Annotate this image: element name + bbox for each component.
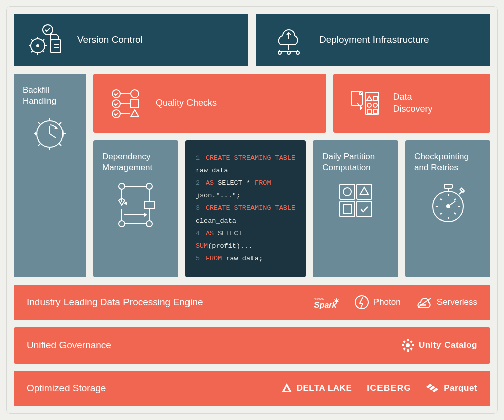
architecture-diagram: Version Control Deployment Infrastructur… xyxy=(6,6,498,414)
processing-row: Industry Leading Data Processing Engine … xyxy=(14,285,490,320)
discovery-icon xyxy=(348,88,381,118)
svg-rect-30 xyxy=(357,201,372,217)
governance-logos: Unity Catalog xyxy=(401,338,477,353)
svg-rect-32 xyxy=(444,184,452,188)
backfill-card: Backfill Handling xyxy=(14,74,86,277)
spark-logo: APACHE Spark xyxy=(314,295,339,310)
unity-catalog-text: Unity Catalog xyxy=(419,340,477,351)
svg-rect-18 xyxy=(367,109,371,113)
processing-title: Industry Leading Data Processing Engine xyxy=(27,297,203,308)
backfill-icon xyxy=(30,114,70,154)
svg-rect-15 xyxy=(373,96,377,100)
dependency-card: Dependency Management xyxy=(93,140,178,277)
serverless-text: Serverless xyxy=(437,297,477,307)
svg-point-23 xyxy=(119,221,125,227)
svg-rect-12 xyxy=(131,100,139,108)
svg-rect-28 xyxy=(340,201,355,217)
svg-rect-43 xyxy=(403,340,406,343)
deployment-card: Deployment Infrastructure xyxy=(256,14,490,66)
photon-logo: Photon xyxy=(354,295,401,310)
svg-point-8 xyxy=(112,90,120,98)
parquet-text: Parquet xyxy=(444,383,477,393)
svg-point-24 xyxy=(146,221,152,227)
storage-row: Optimized Storage DELTA LAKE ICEBERG Par… xyxy=(14,371,490,406)
svg-point-11 xyxy=(131,90,139,98)
svg-rect-45 xyxy=(403,347,406,351)
version-control-card: Version Control xyxy=(14,14,248,66)
partition-icon xyxy=(336,180,376,221)
quality-checks-icon xyxy=(108,86,144,121)
serverless-icon xyxy=(416,295,433,309)
svg-rect-25 xyxy=(340,184,355,199)
svg-point-20 xyxy=(119,183,125,189)
svg-rect-40 xyxy=(407,349,409,352)
svg-point-38 xyxy=(406,343,410,347)
iceberg-logo: ICEBERG xyxy=(367,383,411,393)
partition-card: Daily Partition Computation xyxy=(313,140,398,277)
svg-rect-41 xyxy=(402,344,404,346)
dependency-icon xyxy=(113,180,158,231)
photon-text: Photon xyxy=(373,297,401,307)
svg-point-26 xyxy=(343,188,351,196)
checkpoint-card: Checkpointing and Retries xyxy=(405,140,490,277)
svg-point-4 xyxy=(278,51,281,54)
governance-title: Unified Governance xyxy=(27,340,111,351)
mid-row: Backfill Handling xyxy=(14,74,490,277)
svg-point-17 xyxy=(373,103,377,107)
svg-text:Spark: Spark xyxy=(314,301,337,309)
serverless-logo: Serverless xyxy=(416,295,477,309)
code-sample: 1CREATE STREAMING TABLE raw_data2AS SELE… xyxy=(185,140,306,277)
svg-rect-33 xyxy=(460,188,464,192)
svg-point-6 xyxy=(296,51,299,54)
spark-icon: APACHE Spark xyxy=(314,295,339,310)
svg-rect-3 xyxy=(51,40,61,53)
backfill-label: Backfill Handling xyxy=(23,85,77,107)
svg-rect-19 xyxy=(373,109,377,113)
svg-rect-13 xyxy=(351,91,362,105)
partition-label: Daily Partition Computation xyxy=(322,151,389,173)
checkpoint-icon xyxy=(428,180,468,226)
iceberg-text: ICEBERG xyxy=(367,383,411,393)
svg-point-2 xyxy=(36,44,39,47)
governance-row: Unified Governance Unity Catalog xyxy=(14,327,490,363)
dependency-label: Dependency Management xyxy=(102,151,169,173)
svg-point-5 xyxy=(287,51,290,54)
discovery-label: Data Discovery xyxy=(393,91,432,115)
svg-text:APACHE: APACHE xyxy=(314,297,325,300)
svg-rect-22 xyxy=(144,201,154,208)
svg-rect-42 xyxy=(412,344,414,346)
storage-title: Optimized Storage xyxy=(27,383,106,394)
checkpoint-label: Checkpointing and Retries xyxy=(414,151,481,173)
delta-lake-logo: DELTA LAKE xyxy=(281,382,352,394)
svg-rect-29 xyxy=(343,205,351,213)
svg-point-16 xyxy=(367,103,371,107)
parquet-icon xyxy=(426,383,439,394)
unity-catalog-logo: Unity Catalog xyxy=(401,338,477,353)
svg-rect-39 xyxy=(407,339,409,341)
main-col: Quality Checks Data xyxy=(93,74,490,277)
quality-checks-card: Quality Checks xyxy=(93,74,326,133)
top-row: Version Control Deployment Infrastructur… xyxy=(14,14,490,66)
processing-logos: APACHE Spark Photon Serverless xyxy=(314,295,477,310)
photon-icon xyxy=(354,295,369,310)
data-discovery-card: Data Discovery xyxy=(333,74,490,133)
storage-logos: DELTA LAKE ICEBERG Parquet xyxy=(281,382,477,394)
orange-top-row: Quality Checks Data xyxy=(93,74,490,133)
mid-inner-row: Dependency Management xyxy=(93,140,490,277)
delta-lake-text: DELTA LAKE xyxy=(297,383,352,393)
svg-point-9 xyxy=(112,100,120,108)
deployment-icon xyxy=(271,24,307,56)
version-control-label: Version Control xyxy=(77,34,143,45)
quality-label: Quality Checks xyxy=(156,97,217,109)
unity-catalog-icon xyxy=(401,338,415,353)
delta-lake-icon xyxy=(281,382,293,394)
svg-point-10 xyxy=(112,110,120,118)
version-control-icon xyxy=(29,24,65,56)
svg-point-21 xyxy=(146,183,152,189)
svg-rect-44 xyxy=(410,340,413,343)
parquet-logo: Parquet xyxy=(426,383,477,394)
deployment-label: Deployment Infrastructure xyxy=(319,34,429,45)
svg-rect-46 xyxy=(410,347,413,351)
